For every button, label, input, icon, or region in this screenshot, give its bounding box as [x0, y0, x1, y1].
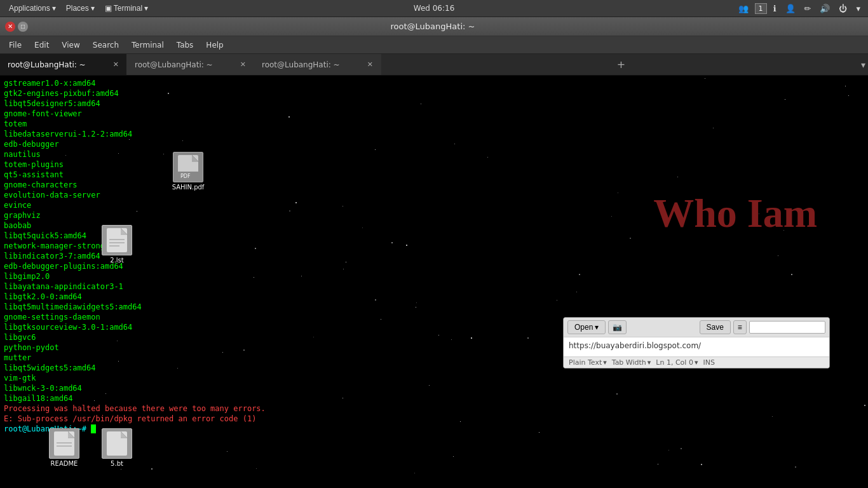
plain-text-status[interactable]: Plain Text ▾	[569, 358, 607, 367]
menu-search[interactable]: Search	[86, 38, 125, 52]
desktop-icon-5bt[interactable]: 5.bt	[94, 428, 140, 467]
tab-width-status[interactable]: Tab Width ▾	[612, 358, 651, 367]
tab-1-close[interactable]: ✕	[113, 60, 119, 69]
terminal-line: qt5-assistant	[4, 170, 864, 180]
terminal-titlebar: ✕ □ root@LubangHati: ~	[0, 17, 868, 36]
ln-col-status: Ln 1, Col 0 ▾	[656, 358, 698, 367]
terminal-line: gnome-characters	[4, 180, 864, 190]
dialog-menu-button[interactable]: ≡	[733, 320, 747, 334]
dialog-content: https://buayaberdiri.blogspot.com/	[564, 337, 829, 356]
terminal-line: gtk2-engines-pixbuf:amd64	[4, 88, 864, 98]
desktop-icon-readme[interactable]: README	[41, 428, 87, 467]
ins-label: INS	[703, 358, 714, 367]
menu-help[interactable]: Help	[200, 38, 229, 52]
tab-1-label: root@LubangHati: ~	[8, 60, 86, 69]
places-menu[interactable]: Places ▾	[62, 3, 98, 14]
dialog-camera-button[interactable]: 📷	[608, 320, 627, 334]
places-arrow-icon: ▾	[91, 4, 95, 13]
ln-col-label: Ln 1, Col 0	[656, 358, 693, 367]
tab-2-close[interactable]: ✕	[240, 60, 246, 69]
terminal-content[interactable]: gstreamer1.0-x:amd64gtk2-engines-pixbuf:…	[0, 76, 868, 488]
ins-status: INS	[703, 358, 714, 367]
terminal-title: root@LubangHati: ~	[28, 22, 837, 31]
readme-icon-label: README	[51, 460, 78, 467]
terminal-line: gnome-font-viewer	[4, 109, 864, 119]
terminal-line: graphviz	[4, 210, 864, 220]
desktop-icon-lst[interactable]: 2.lst	[94, 225, 140, 264]
tab-3[interactable]: root@LubangHati: ~ ✕	[254, 54, 381, 75]
user-icon[interactable]: 👤	[783, 3, 798, 15]
terminal-line: libqt5multimediawidgets5:amd64	[4, 302, 864, 312]
terminal-line: vim-gtk	[4, 373, 864, 383]
menu-file[interactable]: File	[3, 38, 28, 52]
terminal-menu[interactable]: ▣ Terminal ▾	[101, 3, 152, 14]
save-label: Save	[707, 323, 724, 332]
terminal-error-line: Processing was halted because there were…	[4, 403, 864, 414]
terminal-line: libgimp2.0	[4, 271, 864, 281]
system-bar-left: Applications ▾ Places ▾ ▣ Terminal ▾	[5, 3, 152, 14]
menu-terminal[interactable]: Terminal	[125, 38, 170, 52]
pdf-icon: PDF	[173, 152, 203, 182]
applications-menu[interactable]: Applications ▾	[5, 3, 60, 14]
menu-view[interactable]: View	[55, 38, 86, 52]
tab-width-arrow: ▾	[648, 358, 651, 367]
tab-scroll-down[interactable]: ▾	[861, 60, 865, 70]
tab-add-button[interactable]: +	[612, 54, 630, 75]
dialog-url-display: https://buayaberdiri.blogspot.com/	[569, 341, 701, 350]
system-bar-right: 👥 1 ℹ 👤 ✏ 🔊 ⏻ ▾	[736, 3, 863, 15]
terminal-line: edb-debugger	[4, 139, 864, 149]
5bt-icon	[102, 428, 132, 459]
terminal-menu-icon: ▣	[105, 4, 112, 13]
desktop-icon-pdf[interactable]: PDF SAHIN.pdf	[165, 152, 211, 191]
terminal-line: libgtk2.0-0:amd64	[4, 292, 864, 302]
lst-icon-label: 2.lst	[110, 257, 123, 264]
info-icon[interactable]: ℹ	[771, 3, 779, 15]
terminal-line: libedataserverui-1.2-2:amd64	[4, 129, 864, 139]
terminal-line: totem	[4, 119, 864, 129]
dialog-url-input[interactable]	[749, 321, 825, 334]
terminal-line: libwnck-3-0:amd64	[4, 383, 864, 393]
terminal-line: evince	[4, 200, 864, 210]
terminal-arrow-icon: ▾	[144, 4, 148, 13]
terminal-line: evolution-data-server	[4, 190, 864, 200]
applications-label: Applications	[9, 4, 50, 13]
terminal-error-line: E: Sub-process /usr/bin/dpkg returned an…	[4, 414, 864, 424]
menu-bar: File Edit View Search Terminal Tabs Help	[0, 36, 868, 54]
plain-text-arrow: ▾	[603, 358, 607, 367]
lst-icon	[102, 225, 132, 255]
tab-width-label: Tab Width	[612, 358, 646, 367]
tab-bar: root@LubangHati: ~ ✕ root@LubangHati: ~ …	[0, 54, 868, 76]
terminal-line: gstreamer1.0-x:amd64	[4, 78, 864, 88]
window-maximize-button[interactable]: □	[18, 22, 28, 32]
dialog-save-button[interactable]: Save	[700, 320, 731, 334]
power-icon[interactable]: ⏻	[836, 3, 850, 15]
terminal-line: totem-plugins	[4, 159, 864, 170]
system-bar: Applications ▾ Places ▾ ▣ Terminal ▾ Wed…	[0, 0, 868, 17]
tab-1[interactable]: root@LubangHati: ~ ✕	[0, 54, 127, 75]
menu-tabs[interactable]: Tabs	[170, 38, 200, 52]
power-arrow-icon[interactable]: ▾	[853, 3, 863, 15]
open-arrow-icon: ▾	[595, 323, 599, 332]
ln-col-arrow: ▾	[695, 358, 698, 367]
floating-dialog: Open ▾ 📷 Save ≡ https://buayaberdiri.blo…	[563, 317, 830, 369]
pdf-icon-label: SAHIN.pdf	[172, 184, 205, 191]
svg-text:PDF: PDF	[180, 173, 191, 179]
menu-edit[interactable]: Edit	[28, 38, 55, 52]
readme-icon	[49, 428, 79, 459]
people-icon[interactable]: 👥	[736, 3, 751, 15]
tab-3-close[interactable]: ✕	[367, 60, 373, 69]
dialog-toolbar: Open ▾ 📷 Save ≡	[564, 318, 829, 337]
tab-2[interactable]: root@LubangHati: ~ ✕	[127, 54, 254, 75]
plain-text-label: Plain Text	[569, 358, 602, 367]
terminal-label: Terminal	[114, 4, 142, 13]
open-label: Open	[574, 323, 593, 332]
tab-3-label: root@LubangHati: ~	[262, 60, 340, 69]
places-label: Places	[66, 4, 89, 13]
pen-icon[interactable]: ✏	[802, 3, 814, 15]
workspace-badge[interactable]: 1	[755, 3, 767, 14]
terminal-line: libgail18:amd64	[4, 393, 864, 403]
dialog-open-button[interactable]: Open ▾	[567, 320, 606, 334]
volume-icon[interactable]: 🔊	[817, 3, 832, 15]
window-close-button[interactable]: ✕	[5, 22, 15, 32]
terminal-line: libayatana-appindicator3-1	[4, 281, 864, 292]
